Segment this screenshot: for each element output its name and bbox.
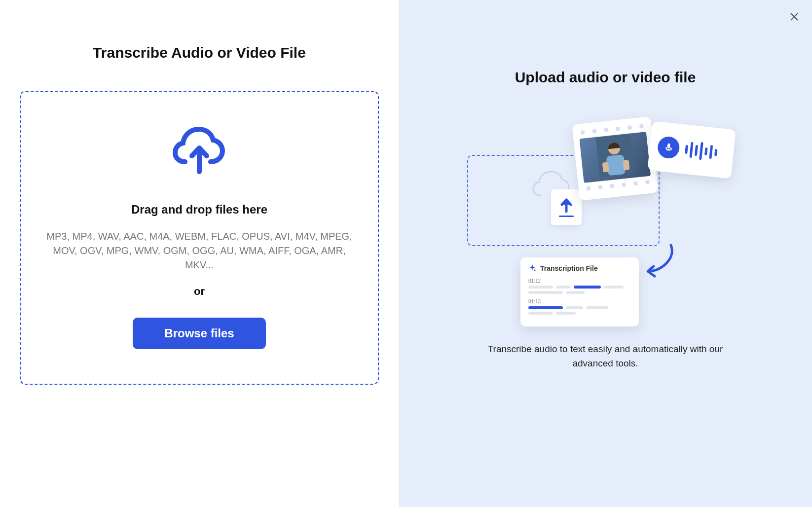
microphone-icon [657,136,680,159]
sparkle-icon [528,264,536,272]
upload-illustration: Transcription File 01:12 01:13 [467,120,743,327]
svg-rect-3 [602,162,609,173]
transcription-card-title: Transcription File [540,264,598,272]
svg-point-5 [534,270,536,271]
right-panel: Upload audio or video file [399,0,812,507]
supported-formats: MP3, MP4, WAV, AAC, M4A, WEBM, FLAC, OPU… [46,229,352,272]
upload-arrow-icon [560,198,573,213]
close-icon [789,11,800,22]
svg-rect-2 [606,154,626,176]
transcription-timestamp-1: 01:12 [528,278,631,284]
audio-waveform-icon [684,141,718,162]
left-panel: Transcribe Audio or Video File Drag and … [0,0,399,507]
illustration-upload-card [551,189,582,225]
right-description: Transcribe audio to text easily and auto… [477,342,734,370]
or-separator: or [45,285,353,298]
page-title: Transcribe Audio or Video File [20,44,379,61]
video-thumbnail [579,132,651,183]
file-dropzone[interactable]: Drag and drop files here MP3, MP4, WAV, … [20,91,379,385]
illustration-audio-card [647,121,736,179]
cloud-upload-icon [45,126,353,176]
svg-rect-4 [623,160,629,170]
curved-arrow-icon [644,243,678,282]
browse-files-button[interactable]: Browse files [133,318,265,349]
drop-heading: Drag and drop files here [45,203,353,217]
right-title: Upload audio or video file [515,69,696,86]
illustration-transcription-card: Transcription File 01:12 01:13 [520,257,639,326]
transcription-timestamp-2: 01:13 [528,299,631,304]
upload-underline [559,216,574,217]
close-button[interactable] [787,10,801,24]
illustration-video-card [572,116,658,201]
